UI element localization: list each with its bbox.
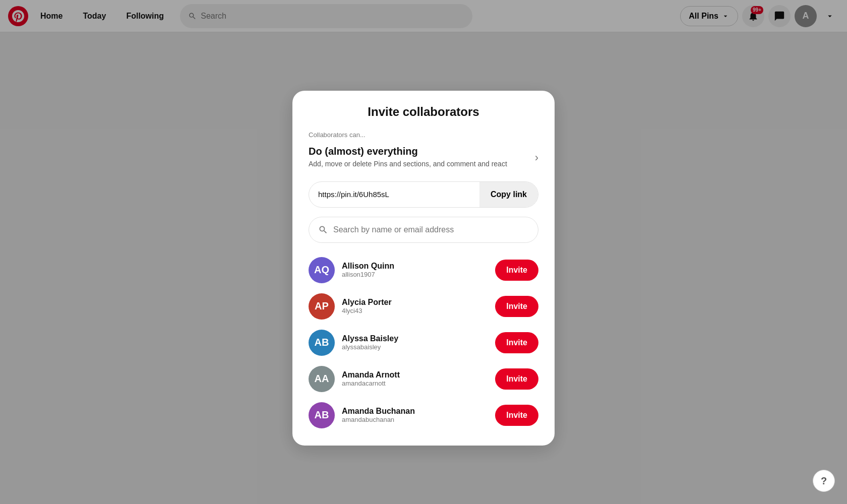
user-handle: amandabuchanan [342,416,488,423]
invite-button[interactable]: Invite [495,296,538,317]
user-avatar: AP [309,293,335,320]
user-name: Alyssa Baisley [342,334,488,343]
collab-search-input[interactable] [333,225,529,234]
user-handle: 4lyci43 [342,307,488,314]
search-field[interactable] [309,217,538,243]
user-info: Alycia Porter 4lyci43 [342,298,488,314]
link-row: Copy link [309,181,538,208]
invite-collaborators-modal: Invite collaborators Collaborators can..… [292,91,555,446]
user-row: AB Alyssa Baisley alyssabaisley Invite [309,325,538,361]
user-avatar: AA [309,366,335,392]
modal-header: Invite collaborators [292,91,555,119]
invite-button[interactable]: Invite [495,405,538,426]
user-name: Amanda Buchanan [342,407,488,416]
user-info: Alyssa Baisley alyssabaisley [342,334,488,351]
permission-title: Do (almost) everything [309,146,507,157]
user-name: Allison Quinn [342,262,488,271]
user-info: Amanda Buchanan amandabuchanan [342,407,488,423]
invite-button[interactable]: Invite [495,332,538,353]
help-button[interactable]: ? [813,470,835,492]
modal-overlay[interactable]: Invite collaborators Collaborators can..… [0,0,847,504]
permission-row[interactable]: Do (almost) everything Add, move or dele… [309,142,538,173]
user-name: Amanda Arnott [342,370,488,380]
search-field-icon [318,225,328,235]
user-row: AP Alycia Porter 4lyci43 Invite [309,288,538,325]
invite-link-input[interactable] [309,190,479,199]
collab-can-label: Collaborators can... [309,131,538,139]
user-avatar: AQ [309,257,335,283]
invite-button[interactable]: Invite [495,368,538,390]
user-row: AB Amanda Buchanan amandabuchanan Invite [309,397,538,433]
user-name: Alycia Porter [342,298,488,307]
user-avatar: AB [309,402,335,428]
permission-info: Do (almost) everything Add, move or dele… [309,146,507,169]
modal-body: Collaborators can... Do (almost) everyth… [292,119,555,446]
user-row: AQ Allison Quinn allison1907 Invite [309,252,538,288]
user-handle: allison1907 [342,271,488,278]
permission-desc: Add, move or delete Pins and sections, a… [309,159,507,169]
copy-link-button[interactable]: Copy link [479,181,538,208]
modal-title: Invite collaborators [309,105,538,119]
user-info: Amanda Arnott amandacarnott [342,370,488,387]
invite-button[interactable]: Invite [495,260,538,281]
user-avatar: AB [309,330,335,356]
user-handle: amandacarnott [342,380,488,387]
user-row: AA Amanda Arnott amandacarnott Invite [309,361,538,397]
permission-chevron-icon: › [535,151,538,164]
user-handle: alyssabaisley [342,343,488,351]
user-list: AQ Allison Quinn allison1907 Invite AP A… [309,252,538,433]
user-info: Allison Quinn allison1907 [342,262,488,278]
